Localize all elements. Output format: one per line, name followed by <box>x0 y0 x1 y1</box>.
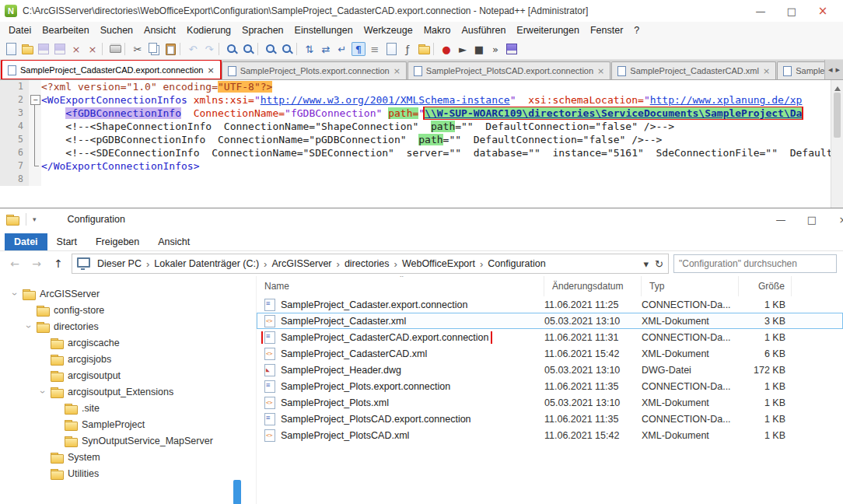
indent-guide-icon[interactable]: ≡ <box>368 42 382 56</box>
menu-item-erweiterungen[interactable]: Erweiterungen <box>511 22 585 39</box>
editor-scrollbar[interactable] <box>831 80 843 209</box>
maximize-button[interactable]: □ <box>776 1 807 21</box>
editor-tab[interactable]: SampleProject_CadasterCAD.xml× <box>611 61 776 79</box>
chevron-expanded-icon[interactable]: › <box>37 388 48 396</box>
breadcrumb-item[interactable]: ArcGISServer <box>270 258 333 269</box>
sync-vertical-icon[interactable]: ⇅ <box>303 42 317 56</box>
tree-item[interactable]: ›SynOutputService_MapServer <box>0 432 256 449</box>
menu-item-help[interactable]: ? <box>628 22 645 39</box>
ribbon-tab-ansicht[interactable]: Ansicht <box>149 233 199 250</box>
editor-tab[interactable]: SampleProject_Plot× <box>777 61 824 79</box>
breadcrumb-item[interactable]: Configuration <box>486 258 547 269</box>
close-icon[interactable]: × <box>69 42 83 56</box>
doc-map-icon[interactable] <box>384 42 398 56</box>
address-dropdown-icon[interactable]: ▾ <box>644 258 649 270</box>
code-text[interactable]: <!--<ShapeConnectionInfo ConnectionName=… <box>41 120 843 133</box>
editor-tab[interactable]: SampleProject_PlotsCAD.export.connection… <box>408 61 610 79</box>
ribbon-tab-freigeben[interactable]: Freigeben <box>86 233 149 250</box>
tree-item[interactable]: ›SampleProject <box>0 416 256 432</box>
search-input[interactable] <box>673 254 837 273</box>
menu-item-kodierung[interactable]: Kodierung <box>181 22 236 39</box>
ribbon-tab-datei[interactable]: Datei <box>5 233 47 250</box>
file-row[interactable]: SampleProject_CadasterCAD.export.connect… <box>257 329 843 345</box>
up-button[interactable]: ↑ <box>50 257 67 270</box>
new-file-icon[interactable] <box>4 42 18 56</box>
menu-item-makro[interactable]: Makro <box>418 22 456 39</box>
save-icon[interactable] <box>37 42 51 56</box>
tab-close-icon[interactable]: × <box>763 66 770 76</box>
menu-item-sprachen[interactable]: Sprachen <box>236 22 289 39</box>
column-header-date[interactable]: Änderungsdatum <box>544 276 642 296</box>
menu-item-bearbeiten[interactable]: Bearbeiten <box>37 22 94 39</box>
ribbon-tab-start[interactable]: Start <box>47 233 86 250</box>
refresh-icon[interactable]: ↻ <box>655 258 663 270</box>
redo-icon[interactable]: ↷ <box>202 42 216 56</box>
tab-close-icon[interactable]: × <box>597 66 604 76</box>
tree-item[interactable]: ›arcgisjobs <box>0 351 256 367</box>
tab-scroll-left-icon[interactable]: ◂ <box>828 65 833 75</box>
macro-record-icon[interactable]: ● <box>439 42 453 56</box>
tree-item[interactable]: ›.site <box>0 400 256 416</box>
word-wrap-icon[interactable]: ↵ <box>335 42 349 56</box>
code-text[interactable]: <WoExportConnectionInfos xmlns:xsi="http… <box>41 93 843 107</box>
editor-tab[interactable]: SampleProject_CadasterCAD.export.connect… <box>2 60 221 79</box>
file-row[interactable]: SampleProject_Cadaster.xml05.03.2021 13:… <box>257 313 843 329</box>
macro-play-icon[interactable]: ► <box>456 42 470 56</box>
maximize-button[interactable]: □ <box>796 209 827 229</box>
macro-run-multiple-icon[interactable]: » <box>488 42 502 56</box>
copy-icon[interactable] <box>147 42 161 56</box>
zoom-out-icon[interactable] <box>280 42 294 56</box>
tab-close-icon[interactable]: × <box>394 66 401 76</box>
code-text[interactable] <box>41 173 843 186</box>
code-text[interactable]: <!--<SDEConnectionInfo ConnectionName="S… <box>41 146 843 159</box>
sidebar-scrollbar-thumb[interactable] <box>233 480 241 504</box>
tree-item[interactable]: ›arcgisoutput <box>0 367 256 383</box>
code-text[interactable]: </WoExportConnectionInfos> <box>41 159 843 173</box>
file-row[interactable]: SampleProject_Header.dwg05.03.2021 13:10… <box>257 362 843 378</box>
chevron-expanded-icon[interactable]: › <box>9 290 20 298</box>
tree-item[interactable]: ›directories <box>0 318 256 334</box>
menu-item-ansicht[interactable]: Ansicht <box>138 22 181 39</box>
minimize-button[interactable]: — <box>765 209 796 229</box>
notepad-titlebar[interactable]: N C:\ArcGISServer\directories\WebOfficeE… <box>0 0 843 22</box>
menu-item-datei[interactable]: Datei <box>3 22 37 39</box>
code-text[interactable]: <!--<pGDBConnectionInfo ConnectionName="… <box>41 133 843 146</box>
tree-item[interactable]: ›config-store <box>0 302 256 318</box>
close-all-icon[interactable]: × <box>86 42 100 56</box>
scroll-up-icon[interactable] <box>834 83 841 91</box>
code-text[interactable]: <fGDBConnectionInfo ConnectionName="fGDB… <box>41 107 843 120</box>
file-row[interactable]: SampleProject_PlotsCAD.export.connection… <box>257 411 843 427</box>
file-row[interactable]: SampleProject_Plots.export.connection11.… <box>257 378 843 394</box>
column-header-type[interactable]: Typ <box>642 276 739 296</box>
menu-item-werkzeuge[interactable]: Werkzeuge <box>359 22 418 39</box>
show-all-characters-icon[interactable]: ¶ <box>352 42 366 56</box>
tab-scroll-right-icon[interactable]: ▸ <box>835 65 840 75</box>
back-button[interactable]: ← <box>6 257 23 270</box>
function-list-icon[interactable]: ƒ <box>401 42 415 56</box>
editor-scrollbar-thumb[interactable] <box>834 93 841 138</box>
replace-icon[interactable] <box>241 42 255 56</box>
column-header-size[interactable]: Größe <box>739 276 792 296</box>
folder-as-workspace-icon[interactable] <box>417 42 431 56</box>
explorer-titlebar[interactable]: ▾ Configuration — □ × <box>0 208 843 230</box>
tree-item[interactable]: ›Utilities <box>0 465 256 481</box>
file-row[interactable]: SampleProject_PlotsCAD.xml11.06.2021 15:… <box>257 427 843 443</box>
open-file-icon[interactable] <box>20 42 34 56</box>
fold-collapse-icon[interactable] <box>29 93 41 107</box>
menu-item-einstellungen[interactable]: Einstellungen <box>289 22 359 39</box>
sync-horizontal-icon[interactable]: ⇄ <box>319 42 333 56</box>
breadcrumb-item[interactable]: Lokaler Datenträger (C:) <box>152 258 261 269</box>
breadcrumb-item[interactable]: Dieser PC <box>96 258 143 269</box>
column-header-name[interactable]: Nameˆ <box>257 276 544 296</box>
find-icon[interactable] <box>225 42 239 56</box>
tree-item[interactable]: ›ArcGISServer <box>0 285 256 302</box>
close-button[interactable]: × <box>827 209 843 229</box>
menu-item-fenster[interactable]: Fenster <box>585 22 628 39</box>
chevron-expanded-icon[interactable]: › <box>23 323 34 331</box>
tree-item[interactable]: ›arcgisoutput_Extensions <box>0 383 256 400</box>
file-row[interactable]: SampleProject_Cadaster.export.connection… <box>257 296 843 313</box>
tree-item[interactable]: ›arcgiscache <box>0 334 256 351</box>
address-box[interactable]: Dieser PC›Lokaler Datenträger (C:)›ArcGI… <box>72 254 669 274</box>
file-row[interactable]: SampleProject_CadasterCAD.xml11.06.2021 … <box>257 345 843 362</box>
undo-icon[interactable]: ↶ <box>186 42 200 56</box>
